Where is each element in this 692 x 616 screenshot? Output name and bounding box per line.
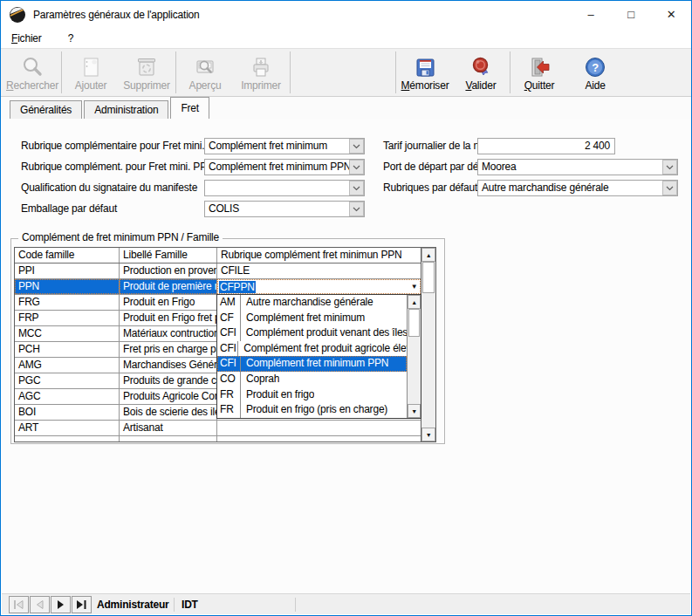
- apercu-button[interactable]: Aperçu: [177, 51, 233, 94]
- valider-button[interactable]: Valider: [453, 51, 509, 94]
- toolbar-separator: [510, 51, 510, 93]
- imprimer-button[interactable]: Imprimer: [233, 51, 289, 94]
- rechercher-button[interactable]: Rechercher: [4, 51, 60, 94]
- cell-libelle[interactable]: Bois de scierie des iles: [120, 405, 217, 420]
- first-record-icon: [13, 600, 24, 609]
- col-header-rubrique[interactable]: Rubrique complément fret minimun PPN: [217, 248, 421, 263]
- cell-libelle[interactable]: Production en provenar: [120, 264, 217, 278]
- quitter-button[interactable]: Quitter: [511, 51, 567, 94]
- tab-administration[interactable]: Administration: [84, 100, 168, 119]
- scroll-up-icon[interactable]: ▲: [421, 248, 435, 262]
- toolbar-separator: [175, 51, 176, 93]
- cell-code[interactable]: ART: [15, 421, 120, 435]
- table-row[interactable]: ART Artisanat ▼: [15, 421, 421, 436]
- scrollbar-track[interactable]: [421, 293, 435, 428]
- scrollbar-thumb[interactable]: [408, 309, 420, 337]
- maximize-button[interactable]: □: [611, 1, 651, 28]
- dropdown-options: AM Autre marchandise générale CF Complém…: [217, 295, 407, 418]
- combo-port-depart[interactable]: Moorea: [477, 159, 678, 175]
- tarif-nourriture-input[interactable]: 2 400: [477, 138, 615, 154]
- cell-code[interactable]: PGC: [15, 373, 120, 388]
- dropdown-option[interactable]: CO Coprah: [217, 372, 407, 387]
- cell-code[interactable]: AGC: [15, 389, 120, 404]
- dropdown-option[interactable]: CF Complément fret minimum: [217, 311, 407, 326]
- cell-libelle[interactable]: Marchandises Générale: [120, 358, 217, 373]
- menu-help[interactable]: ?: [68, 32, 73, 44]
- tab-page-fret: Rubrique complémentaire pour Fret mini. …: [2, 119, 690, 593]
- table-scrollbar[interactable]: ▲ ▼: [421, 248, 435, 441]
- cell-code[interactable]: FRP: [15, 311, 120, 325]
- dropdown-option[interactable]: CFI Complément fret minimum PPN: [217, 356, 407, 372]
- combo-rubrique-fret-mini[interactable]: Complément fret minimum: [204, 138, 365, 154]
- button-label: Aide: [585, 79, 605, 92]
- status-bar: Administrateur IDT: [2, 593, 690, 614]
- cell-libelle[interactable]: Artisanat: [120, 421, 217, 435]
- table-row[interactable]: PPI Production en provenar CFILE▼: [15, 264, 421, 279]
- dropdown-option[interactable]: AM Autre marchandise générale: [217, 295, 407, 311]
- cell-rubrique[interactable]: ▼: [217, 421, 421, 435]
- cell-rubrique[interactable]: CFPPN▼: [217, 279, 421, 294]
- cell-code[interactable]: FRG: [15, 295, 120, 310]
- chevron-down-icon[interactable]: [662, 160, 677, 175]
- dropdown-option[interactable]: FR Produit en frigo: [217, 387, 407, 403]
- cell-libelle[interactable]: Produits Agricole Conge: [120, 389, 217, 404]
- cell-code[interactable]: PCH: [15, 342, 120, 357]
- combo-rubrique-fret-ppn[interactable]: Complément fret minimum PPN: [204, 159, 365, 175]
- next-record-icon: [56, 600, 65, 609]
- cell-libelle[interactable]: Fret pris en charge par l: [120, 342, 217, 357]
- scrollbar-track[interactable]: [408, 337, 421, 404]
- cell-code[interactable]: PPN: [15, 279, 120, 294]
- cell-code[interactable]: MCC: [15, 326, 120, 341]
- status-user: Administrateur: [97, 599, 174, 611]
- cell-code[interactable]: BOI: [15, 405, 120, 420]
- supprimer-button[interactable]: Supprimer: [119, 51, 175, 94]
- combo-dropdown-icon[interactable]: ▼: [408, 280, 421, 294]
- scrollbar-thumb[interactable]: [422, 262, 435, 293]
- help-icon: ?: [584, 54, 606, 79]
- close-button[interactable]: ✕: [651, 1, 691, 28]
- chevron-down-icon[interactable]: [662, 181, 677, 195]
- cell-libelle[interactable]: Produits de grande cons: [120, 373, 217, 388]
- chevron-down-icon[interactable]: [349, 139, 364, 154]
- scroll-down-icon[interactable]: ▼: [421, 428, 435, 441]
- button-label: Imprimer: [241, 79, 281, 92]
- dropdown-option[interactable]: CFI Complément fret produit agricole éle…: [217, 341, 407, 357]
- col-header-libelle[interactable]: Libellé Famille: [120, 248, 217, 263]
- scroll-down-icon[interactable]: ▼: [408, 404, 421, 418]
- aide-button[interactable]: ? Aide: [567, 51, 623, 94]
- cell-libelle[interactable]: Produit en Frigo fret pris: [120, 311, 217, 325]
- cell-rubrique[interactable]: CFILE▼: [217, 264, 421, 278]
- combo-emballage[interactable]: COLIS: [204, 201, 365, 217]
- nav-previous-button[interactable]: [30, 596, 50, 613]
- dropdown-option[interactable]: FR Produit en frigo (pris en charge): [217, 402, 407, 418]
- menu-bar: Fichier ?: [1, 28, 691, 48]
- ajouter-button[interactable]: Ajouter: [63, 51, 119, 94]
- memoriser-button[interactable]: Mémoriser: [397, 51, 453, 94]
- dropdown-scrollbar[interactable]: ▲ ▼: [407, 295, 421, 418]
- minimize-button[interactable]: –: [571, 1, 611, 28]
- chevron-down-icon[interactable]: [349, 181, 364, 195]
- dropdown-option[interactable]: CFI Complément produit venant des îles: [217, 325, 407, 341]
- menu-fichier[interactable]: Fichier: [11, 32, 42, 44]
- table-row[interactable]: PPN Produit de première néc CFPPN▼: [15, 279, 421, 295]
- col-header-code[interactable]: Code famille: [15, 248, 120, 263]
- chevron-down-icon[interactable]: [349, 202, 364, 216]
- cell-libelle[interactable]: Produit en Frigo: [120, 295, 217, 310]
- cell-code[interactable]: PPI: [15, 264, 120, 278]
- scroll-up-icon[interactable]: ▲: [408, 295, 421, 309]
- status-separator: [295, 598, 296, 612]
- nav-first-button[interactable]: [9, 596, 29, 613]
- cell-libelle[interactable]: Matériaux contruction fr: [120, 326, 217, 341]
- nav-next-button[interactable]: [51, 596, 71, 613]
- combo-qualification[interactable]: [204, 180, 365, 196]
- combo-rubriques-defaut[interactable]: Autre marchandise générale: [477, 180, 678, 196]
- nav-last-button[interactable]: [72, 596, 92, 613]
- cell-code[interactable]: AMG: [15, 358, 120, 373]
- cell-libelle[interactable]: Produit de première néc: [120, 279, 217, 294]
- tab-fret[interactable]: Fret: [170, 97, 209, 119]
- printer-icon: [250, 54, 272, 79]
- tab-generalites[interactable]: Généralités: [10, 100, 82, 119]
- search-icon: [21, 54, 44, 79]
- chevron-down-icon[interactable]: [349, 160, 364, 175]
- app-logo-icon: [9, 6, 26, 24]
